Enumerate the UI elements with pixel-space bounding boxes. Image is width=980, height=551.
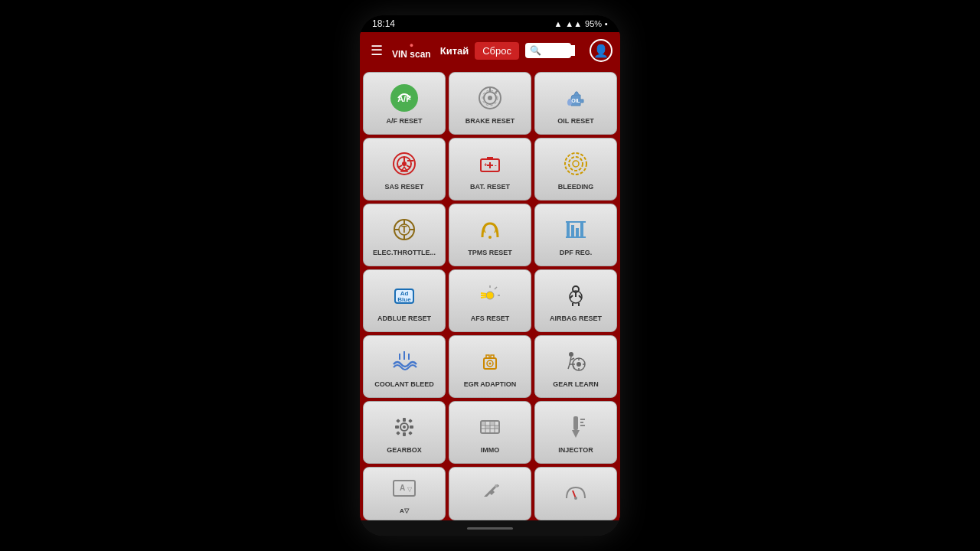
svg-rect-91 [495, 426, 499, 429]
gear-learn-label: GEAR LEARN [553, 380, 599, 389]
svg-line-49 [481, 293, 486, 294]
injector-item[interactable]: INJECTOR [534, 401, 617, 464]
brake-reset-label: BRAKE RESET [466, 117, 515, 126]
adblue-reset-item[interactable]: Ad Blue ADBLUE RESET [363, 269, 446, 332]
af-reset-icon: A/F [390, 83, 419, 112]
svg-rect-39 [580, 222, 583, 237]
search-box[interactable]: 🔍 [525, 43, 571, 58]
header: ☰ ● VIN scan Китай Сброс 🔍 👤 [360, 32, 620, 69]
svg-rect-81 [408, 431, 413, 435]
svg-point-64 [489, 362, 492, 364]
svg-rect-61 [486, 355, 489, 358]
immo-icon [475, 412, 505, 442]
nav-bar [360, 520, 620, 536]
svg-text:A: A [400, 484, 405, 492]
svg-rect-74 [403, 418, 406, 422]
region-label[interactable]: Китай [440, 45, 469, 57]
airbag-reset-item[interactable]: AIRBAG RESET [534, 269, 617, 332]
svg-text:-: - [495, 161, 497, 168]
search-icon: 🔍 [530, 45, 541, 56]
brake-reset-icon [475, 83, 505, 112]
status-right: ▲ ▲▲ 95% ▪ [554, 19, 608, 28]
bat-reset-item[interactable]: + - BAT. RESET [449, 138, 531, 201]
bleeding-item[interactable]: BLEEDING [534, 138, 617, 201]
phone-frame: 18:14 ▲ ▲▲ 95% ▪ ☰ ● VIN scan Китай Сбро… [360, 15, 620, 536]
svg-rect-77 [410, 425, 413, 429]
afs-reset-item[interactable]: AFS RESET [449, 269, 531, 332]
coolant-bleed-item[interactable]: COOLANT BLEED [363, 335, 446, 398]
svg-text:▽: ▽ [407, 486, 413, 493]
gear-learn-item[interactable]: GEAR LEARN [534, 335, 617, 398]
grid-container: A/F A/F RESET [360, 69, 620, 520]
egr-adaption-icon [475, 347, 505, 376]
bleeding-label: BLEEDING [558, 183, 594, 191]
immo-label: IMMO [481, 446, 500, 455]
immo-item[interactable]: IMMO [449, 401, 531, 464]
sas-reset-item[interactable]: SAS RESET [363, 138, 446, 201]
user-avatar[interactable]: 👤 [590, 39, 612, 62]
gearbox-item[interactable]: GEARBOX [363, 401, 446, 464]
partial-icon-3 [561, 478, 590, 507]
partial-item-1[interactable]: A ▽ A▽ [363, 467, 446, 520]
vin-scan-label[interactable]: ● VIN scan [392, 41, 431, 60]
partial-icon-1: A ▽ [390, 474, 419, 503]
svg-rect-88 [482, 422, 485, 425]
battery-icon: ▪ [605, 19, 608, 28]
af-reset-item[interactable]: A/F A/F RESET [363, 72, 446, 135]
status-bar: 18:14 ▲ ▲▲ 95% ▪ [360, 15, 620, 32]
bleeding-icon [561, 149, 590, 178]
elec-throttle-label: ELEC.THROTTLE... [373, 249, 436, 257]
svg-rect-40 [566, 221, 586, 223]
egr-adaption-item[interactable]: EGR ADAPTION [449, 335, 531, 398]
wifi-icon: ▲▲ [565, 19, 582, 28]
af-reset-label: A/F RESET [386, 117, 422, 126]
tpms-reset-icon [475, 215, 505, 244]
svg-line-51 [481, 297, 486, 298]
reset-button[interactable]: Сброс [475, 42, 519, 60]
search-input[interactable] [544, 45, 575, 56]
svg-rect-90 [486, 426, 490, 429]
svg-line-16 [407, 165, 410, 168]
oil-reset-item[interactable]: OIL OIL RESET [534, 72, 617, 135]
svg-point-13 [402, 161, 407, 166]
injector-label: INJECTOR [558, 446, 593, 455]
afs-reset-label: AFS RESET [471, 315, 510, 323]
adblue-reset-label: ADBLUE RESET [377, 315, 431, 323]
svg-point-66 [577, 362, 581, 367]
svg-point-27 [573, 161, 579, 167]
svg-rect-76 [395, 425, 399, 429]
svg-rect-41 [566, 236, 586, 238]
svg-text:Blue: Blue [397, 296, 411, 303]
injector-icon [561, 412, 590, 442]
svg-rect-38 [576, 228, 579, 237]
partial-item-2[interactable] [449, 467, 531, 520]
status-time: 18:14 [372, 18, 395, 29]
svg-rect-19 [487, 157, 490, 159]
adblue-reset-icon: Ad Blue [390, 281, 419, 310]
bat-reset-icon: + - [475, 149, 505, 178]
svg-rect-80 [396, 431, 400, 435]
bat-reset-label: BAT. RESET [470, 183, 510, 191]
nav-indicator[interactable] [467, 527, 513, 530]
signal-icon: ▲ [554, 19, 562, 28]
svg-line-15 [398, 165, 402, 168]
partial-label-1: A▽ [400, 507, 409, 515]
brake-reset-item[interactable]: BRAKE RESET [449, 72, 531, 135]
menu-button[interactable]: ☰ [368, 39, 386, 62]
oil-reset-label: OIL RESET [557, 117, 593, 126]
airbag-reset-label: AIRBAG RESET [550, 315, 602, 323]
airbag-reset-icon [561, 281, 590, 310]
svg-point-73 [403, 425, 406, 429]
tpms-reset-item[interactable]: TPMS RESET [449, 204, 531, 266]
dpf-reg-item[interactable]: DPF REG. [534, 204, 617, 266]
elec-throttle-item[interactable]: T ELEC.THROTTLE... [363, 204, 446, 266]
coolant-bleed-label: COOLANT BLEED [374, 380, 434, 389]
svg-point-35 [488, 236, 492, 239]
partial-item-3[interactable] [534, 467, 617, 520]
dpf-reg-icon [561, 215, 590, 244]
svg-point-100 [574, 497, 577, 500]
user-icon: 👤 [593, 44, 609, 58]
svg-rect-78 [396, 419, 400, 423]
svg-point-45 [486, 292, 494, 299]
battery-indicator: 95% [585, 19, 602, 28]
